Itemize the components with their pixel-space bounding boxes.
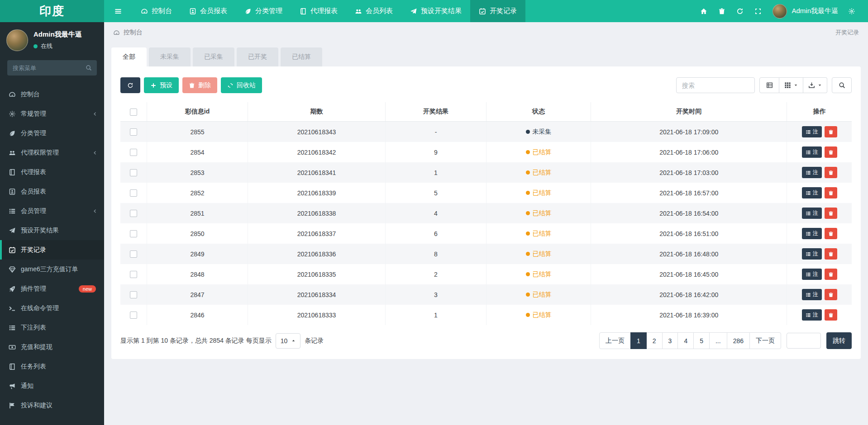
topnav-item-代理报表[interactable]: 代理报表 <box>291 0 346 22</box>
topnav-item-分类管理[interactable]: 分类管理 <box>236 0 291 22</box>
brand-logo[interactable]: 印度 <box>0 0 104 22</box>
note-button[interactable]: 注 <box>802 309 822 321</box>
table-search-input[interactable] <box>676 77 755 93</box>
delete-row-button[interactable] <box>825 146 837 158</box>
expand-button[interactable] <box>749 0 767 22</box>
home-button[interactable] <box>695 0 713 22</box>
row-checkbox[interactable] <box>130 128 137 136</box>
breadcrumb-home[interactable]: 控制台 <box>124 28 143 37</box>
row-checkbox[interactable] <box>130 271 137 278</box>
sidebar-item-开奖记录[interactable]: 开奖记录 <box>0 240 104 260</box>
delete-row-button[interactable] <box>825 289 837 300</box>
note-button[interactable]: 注 <box>802 126 822 137</box>
page-button-上一页[interactable]: 上一页 <box>599 332 631 349</box>
sidebar-item-任务列表[interactable]: 任务列表 <box>0 357 104 376</box>
tab-全部[interactable]: 全部 <box>111 47 147 66</box>
user-name[interactable]: Admin我最牛逼 <box>792 7 838 15</box>
row-checkbox[interactable] <box>130 189 137 197</box>
sidebar-item-充值和提现[interactable]: 充值和提现 <box>0 337 104 357</box>
sidebar-avatar[interactable] <box>6 29 28 51</box>
page-button-下一页[interactable]: 下一页 <box>749 332 781 349</box>
delete-row-button[interactable] <box>825 269 837 280</box>
jump-page-input[interactable] <box>787 333 821 349</box>
row-checkbox[interactable] <box>130 291 137 298</box>
sidebar-search-input[interactable] <box>7 60 97 76</box>
list-icon <box>806 272 811 277</box>
status-dot <box>526 191 530 195</box>
note-label: 注 <box>813 250 818 258</box>
delete-row-button[interactable] <box>825 208 837 219</box>
delete-row-button[interactable] <box>825 309 837 321</box>
sidebar-item-控制台[interactable]: 控制台 <box>0 85 104 104</box>
page-button-2[interactable]: 2 <box>646 332 663 349</box>
sidebar-item-代理报表[interactable]: 代理报表 <box>0 162 104 182</box>
note-button[interactable]: 注 <box>802 146 822 158</box>
sidebar-item-代理权限管理[interactable]: 代理权限管理 <box>0 143 104 162</box>
sidebar-item-投诉和建议[interactable]: 投诉和建议 <box>0 396 104 415</box>
refresh-button[interactable] <box>120 77 140 93</box>
search-button[interactable] <box>832 77 852 93</box>
note-button[interactable]: 注 <box>802 269 822 280</box>
page-button-1[interactable]: 1 <box>630 332 647 349</box>
tab-已结算[interactable]: 已结算 <box>281 47 322 66</box>
cell-issue: 20210618339 <box>248 183 386 203</box>
note-button[interactable]: 注 <box>802 187 822 198</box>
topnav-item-预设开奖结果[interactable]: 预设开奖结果 <box>401 0 470 22</box>
note-button[interactable]: 注 <box>802 208 822 219</box>
delete-row-button[interactable] <box>825 126 837 137</box>
row-checkbox[interactable] <box>130 250 137 258</box>
delete-row-button[interactable] <box>825 248 837 260</box>
row-checkbox[interactable] <box>130 210 137 217</box>
page-button-3[interactable]: 3 <box>662 332 678 349</box>
detail-view-button[interactable] <box>759 77 779 93</box>
recycle-bin-button[interactable]: 回收站 <box>221 77 262 93</box>
page-size-select[interactable]: 10 <box>276 333 301 349</box>
note-button[interactable]: 注 <box>802 228 822 239</box>
cell-result: 4 <box>385 203 486 223</box>
breadcrumb: 控制台 开奖记录 <box>104 22 868 43</box>
columns-button[interactable] <box>779 77 803 93</box>
sidebar-item-game6三方充值订单[interactable]: game6三方充值订单 <box>0 260 104 279</box>
page-button-...[interactable]: ... <box>709 332 727 349</box>
row-checkbox[interactable] <box>130 230 137 237</box>
note-button[interactable]: 注 <box>802 248 822 260</box>
delete-row-button[interactable] <box>825 187 837 198</box>
delete-row-button[interactable] <box>825 167 837 178</box>
page-button-5[interactable]: 5 <box>693 332 710 349</box>
preset-button[interactable]: 预设 <box>144 77 179 93</box>
sidebar-item-下注列表[interactable]: 下注列表 <box>0 318 104 337</box>
note-button[interactable]: 注 <box>802 289 822 300</box>
note-button[interactable]: 注 <box>802 167 822 178</box>
tab-未采集[interactable]: 未采集 <box>149 47 191 66</box>
sidebar-item-会员管理[interactable]: 会员管理 <box>0 201 104 221</box>
delete-button[interactable]: 删除 <box>182 77 217 93</box>
sidebar-item-在线命令管理[interactable]: 在线命令管理 <box>0 298 104 318</box>
sync-button[interactable] <box>731 0 749 22</box>
topnav-item-会员报表[interactable]: 会员报表 <box>181 0 236 22</box>
row-checkbox[interactable] <box>130 169 137 176</box>
jump-button[interactable]: 跳转 <box>826 332 852 349</box>
trash-icon <box>828 272 834 277</box>
topnav-item-会员列表[interactable]: 会员列表 <box>346 0 401 22</box>
page-button-286[interactable]: 286 <box>727 332 750 349</box>
tab-已开奖[interactable]: 已开奖 <box>237 47 278 66</box>
sidebar-item-常规管理[interactable]: 常规管理 <box>0 104 104 123</box>
page-button-4[interactable]: 4 <box>677 332 694 349</box>
tab-已采集[interactable]: 已采集 <box>193 47 234 66</box>
sidebar-item-预设开奖结果[interactable]: 预设开奖结果 <box>0 221 104 240</box>
sidebar-item-插件管理[interactable]: 插件管理new <box>0 279 104 298</box>
sidebar-item-通知[interactable]: 通知 <box>0 376 104 396</box>
delete-row-button[interactable] <box>825 228 837 239</box>
topnav-item-控制台[interactable]: 控制台 <box>132 0 181 22</box>
export-button[interactable] <box>803 77 827 93</box>
settings-button[interactable] <box>843 0 861 22</box>
sidebar-toggle-button[interactable] <box>104 0 132 22</box>
topnav-item-开奖记录[interactable]: 开奖记录 <box>470 0 525 22</box>
row-checkbox[interactable] <box>130 149 137 156</box>
trash-button[interactable] <box>713 0 731 22</box>
sidebar-item-分类管理[interactable]: 分类管理 <box>0 123 104 143</box>
sidebar-item-会员报表[interactable]: 会员报表 <box>0 182 104 201</box>
user-avatar[interactable] <box>773 4 787 19</box>
row-checkbox[interactable] <box>130 312 137 319</box>
select-all-checkbox[interactable] <box>130 109 137 116</box>
